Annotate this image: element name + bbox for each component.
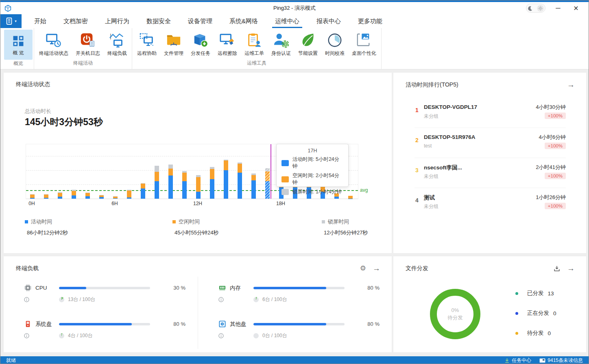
chart-bar-13H[interactable]: [210, 167, 214, 199]
legend-swatch: [172, 220, 176, 223]
load-label: 其他盘: [230, 321, 253, 328]
dispatch-download-icon[interactable]: [553, 265, 561, 272]
info-icon[interactable]: [218, 297, 224, 302]
ribbon-group-0: 概 览概览: [3, 28, 34, 69]
chart-bar-4H[interactable]: [85, 193, 90, 199]
chart-bar-14H[interactable]: [224, 160, 228, 199]
x-axis-tick-label: 6H: [111, 201, 118, 206]
legend-label: 活动时间: [31, 218, 52, 225]
statusbar: 就绪 任务中心 9415条未读信息: [0, 356, 589, 364]
ribbon-item-power-log[interactable]: 开关机日志: [72, 30, 104, 58]
open-dispatch-arrow-icon[interactable]: →: [567, 264, 575, 272]
chart-bar-17H[interactable]: [265, 168, 270, 199]
task-center-button[interactable]: 任务中心: [504, 357, 531, 364]
ribbon-group-label: 终端活动: [35, 59, 131, 69]
ribbon-item-dispatch-task[interactable]: 分发任务: [187, 30, 214, 58]
chart-bar-8H[interactable]: [141, 183, 145, 199]
chart-bar-2H[interactable]: [58, 192, 62, 199]
terminal-name: nsecsoft李国...: [424, 164, 462, 171]
activity-ranking-panel: 活动时间排行(TOP5) → 1DESKTOP-VGDPL17未分组4小时30分…: [393, 73, 586, 253]
ribbon-item-label: 节能设置: [298, 50, 318, 57]
total-activity-label: 总活动时长: [25, 108, 51, 115]
activity-chart[interactable]: 17H 活动时间: 5小时24分钟空闲时间: 2小时54分钟锁屏时间: 1小时4…: [26, 144, 358, 198]
chart-bar-3H[interactable]: [72, 190, 76, 199]
chart-bar-10H[interactable]: [168, 165, 173, 199]
load-settings-gear-icon[interactable]: ⚙: [360, 265, 366, 272]
ribbon-item-identity-auth[interactable]: 身份认证: [268, 30, 294, 58]
menu-tab-1[interactable]: 文档加密: [55, 14, 96, 28]
menu-tab-3[interactable]: 数据安全: [138, 14, 179, 28]
activity-duration: 4小时30分钟: [536, 104, 566, 111]
ribbon-item-time-calibration[interactable]: 时间校准: [321, 30, 348, 58]
chart-bar-12H[interactable]: [196, 175, 201, 199]
menu-tab-8[interactable]: 更多功能: [349, 14, 391, 28]
chart-bar-6H[interactable]: [113, 196, 118, 199]
terminal-group: test: [424, 143, 432, 149]
chevron-down-icon: ▾: [15, 19, 17, 23]
chart-legend: 活动时间86小时12分钟2秒空闲时间45小时55分钟24秒锁屏时间12小时56分…: [25, 218, 375, 236]
ribbon-item-label: 身份认证: [271, 50, 291, 57]
menu-tab-2[interactable]: 上网行为: [96, 14, 138, 28]
ranking-row[interactable]: 3nsecsoft李国...未分组2小时41分钟+100%: [414, 158, 566, 188]
close-button[interactable]: ✕: [571, 4, 581, 12]
ribbon-item-terminal-load[interactable]: 终端负载: [104, 30, 131, 58]
chart-bar-5H[interactable]: [99, 195, 104, 199]
chart-plot-area[interactable]: 17H 活动时间: 5小时24分钟空闲时间: 2小时54分钟锁屏时间: 1小时4…: [26, 144, 358, 199]
chart-bar-11H[interactable]: [182, 171, 187, 199]
open-load-arrow-icon[interactable]: →: [373, 264, 380, 272]
load-count: 6台 / 100台: [262, 296, 287, 303]
ribbon-item-energy-saving[interactable]: 节能设置: [294, 30, 321, 58]
open-ranking-arrow-icon[interactable]: →: [567, 81, 575, 89]
identity-auth-icon: [273, 32, 289, 48]
unread-messages-button[interactable]: 9415条未读信息: [539, 357, 583, 364]
ribbon-item-work-order[interactable]: 运维工单: [241, 30, 268, 58]
app-menu-button[interactable]: ▾: [0, 14, 22, 28]
ribbon-item-remote-wipe[interactable]: 远程擦除: [214, 30, 241, 58]
chart-cursor-line: [271, 144, 271, 199]
info-icon[interactable]: [24, 333, 29, 338]
ranking-row[interactable]: 2DESKTOP-51R976Atest4小时6分钟+100%: [414, 128, 566, 158]
theme-toggle[interactable]: [526, 4, 545, 13]
panel-title: 文件分发: [406, 265, 428, 272]
chart-bar-7H[interactable]: [127, 190, 131, 199]
minimize-button[interactable]: ─: [553, 4, 563, 12]
chart-bar-9H[interactable]: [155, 166, 159, 199]
load-label: 内存: [230, 284, 253, 292]
legend-item-0: 活动时间86小时12分钟2秒: [25, 218, 68, 236]
rank-number: 4: [415, 197, 419, 204]
ranking-list: 1DESKTOP-VGDPL17未分组4小时30分钟+100%2DESKTOP-…: [414, 98, 566, 218]
menu-tab-6[interactable]: 运维中心: [266, 14, 308, 28]
chart-bar-0H[interactable]: [30, 194, 35, 199]
ribbon-item-desktop-personalization[interactable]: 桌面个性化: [348, 30, 380, 58]
ribbon-item-label: 时间校准: [325, 50, 345, 57]
ribbon-item-file-manager[interactable]: 文件管理: [160, 30, 187, 58]
menu-tab-7[interactable]: 报表中心: [308, 14, 349, 28]
menu-tab-0[interactable]: 开始: [26, 14, 55, 28]
light-mode-icon[interactable]: [537, 5, 544, 12]
menu-tab-5[interactable]: 系统&网络: [221, 14, 266, 28]
chart-bar-15H[interactable]: [238, 162, 242, 199]
ribbon-item-overview-grid[interactable]: 概 览: [4, 30, 33, 60]
info-icon[interactable]: [24, 297, 29, 302]
dark-mode-icon[interactable]: [528, 6, 533, 11]
ribbon-item-remote-assist[interactable]: 远程协助: [133, 30, 160, 58]
ranking-row[interactable]: 4测试未分组1小时26分钟+100%: [414, 188, 566, 218]
terminal-activity-panel: 终端活动状态 总活动时长 145小时3分钟53秒 17H 活动时间: 5小时24…: [4, 73, 392, 253]
menu-tab-4[interactable]: 设备管理: [179, 14, 221, 28]
panel-title: 活动时间排行(TOP5): [406, 81, 458, 89]
chart-bar-16H[interactable]: [251, 173, 256, 199]
legend-total: 12小时56分钟27秒: [322, 229, 368, 236]
info-icon[interactable]: [218, 333, 224, 338]
ribbon-toolbar: 概 览概览终端活动状态开关机日志终端负载终端活动远程协助文件管理分发任务远程擦除…: [0, 28, 589, 69]
ranking-row[interactable]: 1DESKTOP-VGDPL17未分组4小时30分钟+100%: [414, 98, 566, 128]
ribbon-item-label: 终端活动状态: [39, 50, 68, 57]
load-percent: 80 %: [173, 321, 185, 327]
dispatch-status-value: 0: [548, 330, 551, 336]
terminal-group: 未分组: [424, 203, 438, 210]
ribbon-item-terminal-activity[interactable]: 终端活动状态: [35, 30, 72, 58]
chart-bar-1H[interactable]: [44, 194, 48, 199]
app-window: Ping32 - 演示模式 ─ ✕ ▾ 开始文档加密上网行为数据安全设备管理系统…: [0, 0, 589, 364]
terminal-activity-icon: [46, 32, 61, 48]
chart-bar-23H[interactable]: [348, 196, 353, 199]
terminal-group: 未分组: [424, 113, 438, 120]
